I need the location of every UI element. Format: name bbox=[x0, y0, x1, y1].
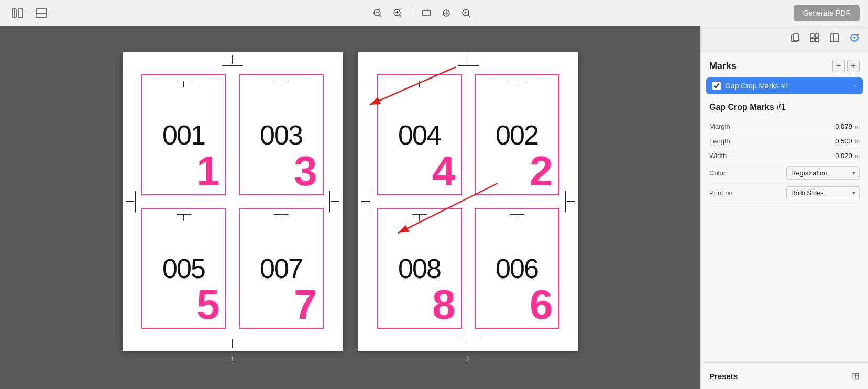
marks-actions: − + bbox=[832, 60, 860, 72]
width-value: 0.020 in bbox=[835, 152, 860, 160]
card-pink-5: 5 bbox=[196, 284, 220, 326]
margin-number: 0.079 bbox=[835, 123, 852, 130]
red-arrows-overlay bbox=[0, 26, 700, 389]
fit-width-btn[interactable] bbox=[419, 6, 434, 20]
page-number-1: 1 bbox=[230, 355, 234, 363]
prop-row-width: Width 0.020 in bbox=[709, 149, 860, 163]
card-cell-007: 007 7 bbox=[233, 202, 330, 335]
presets-title: Presets bbox=[709, 372, 738, 381]
svg-line-19 bbox=[468, 15, 470, 17]
length-value: 0.500 in bbox=[835, 137, 860, 145]
margin-label: Margin bbox=[709, 123, 730, 130]
mark-item-label: Gap Crop Marks #1 bbox=[725, 82, 850, 90]
card-inner-003: 003 3 bbox=[239, 74, 324, 195]
card-inner-006: 006 6 bbox=[475, 208, 559, 329]
card-inner-004: 004 4 bbox=[377, 74, 462, 195]
toolbar-divider bbox=[412, 7, 412, 19]
width-number: 0.020 bbox=[835, 152, 852, 160]
card-inner-008: 008 8 bbox=[377, 208, 462, 329]
sidebar: Marks − + Gap Crop Marks #1 › Gap Crop M… bbox=[700, 26, 868, 389]
length-unit: in bbox=[855, 138, 860, 145]
sidebar-spacer bbox=[701, 203, 868, 362]
svg-rect-25 bbox=[810, 34, 814, 37]
card-inner-005: 005 5 bbox=[141, 208, 226, 329]
sidebar-topbar bbox=[701, 26, 868, 52]
color-select-wrapper: Registration Black Cyan Magenta Yellow ▼ bbox=[786, 166, 860, 180]
canvas-area: 001 1 003 3 bbox=[0, 26, 700, 389]
card-pink-3: 3 bbox=[294, 150, 317, 192]
page-wrapper-2: 004 4 002 2 bbox=[358, 52, 578, 363]
card-cell-006: 006 6 bbox=[468, 202, 566, 335]
toolbar: Generate PDF bbox=[0, 0, 868, 26]
card-black-001: 001 bbox=[162, 119, 205, 151]
card-cell-008: 008 8 bbox=[371, 202, 468, 335]
toolbar-center bbox=[57, 6, 787, 20]
svg-rect-2 bbox=[18, 9, 23, 17]
marks-header: Marks − + bbox=[701, 52, 868, 77]
page-1: 001 1 003 3 bbox=[123, 52, 343, 351]
card-black-003: 003 bbox=[260, 119, 302, 151]
fit-page-btn[interactable] bbox=[438, 6, 454, 20]
card-pink-2: 2 bbox=[530, 150, 553, 192]
svg-rect-27 bbox=[810, 38, 814, 42]
card-inner-007: 007 7 bbox=[239, 208, 324, 329]
width-label: Width bbox=[709, 152, 727, 160]
main-layout: 001 1 003 3 bbox=[0, 26, 868, 389]
prop-row-margin: Margin 0.079 in bbox=[709, 119, 860, 134]
margin-value: 0.079 in bbox=[835, 123, 860, 130]
length-label: Length bbox=[709, 137, 730, 145]
detail-title: Gap Crop Marks #1 bbox=[709, 103, 860, 112]
grid-icon-btn[interactable] bbox=[807, 30, 822, 48]
presets-grid-icon[interactable]: ⊞ bbox=[852, 370, 860, 382]
svg-rect-12 bbox=[423, 10, 430, 16]
card-cell-005: 005 5 bbox=[135, 202, 233, 335]
card-cell-001: 001 1 bbox=[135, 68, 233, 202]
layout-icon-btn[interactable] bbox=[827, 30, 842, 48]
svg-rect-29 bbox=[830, 34, 839, 42]
svg-line-11 bbox=[400, 15, 401, 17]
generate-pdf-btn[interactable]: Generate PDF bbox=[794, 5, 860, 21]
color-label: Color bbox=[709, 169, 726, 177]
svg-point-36 bbox=[853, 37, 855, 39]
card-black-007: 007 bbox=[260, 253, 302, 284]
marks-plus-btn[interactable]: + bbox=[847, 60, 860, 72]
prop-row-length: Length 0.500 in bbox=[709, 134, 860, 149]
card-black-002: 002 bbox=[496, 119, 538, 151]
color-select[interactable]: Registration Black Cyan Magenta Yellow bbox=[786, 166, 860, 180]
card-inner-002: 002 2 bbox=[475, 74, 559, 195]
toolbar-right: Generate PDF bbox=[794, 5, 860, 21]
mark-item-arrow: › bbox=[854, 82, 856, 90]
card-pink-1: 1 bbox=[196, 150, 220, 192]
card-black-004: 004 bbox=[398, 119, 441, 151]
margin-unit: in bbox=[855, 124, 860, 130]
presets-section: Presets ⊞ bbox=[701, 362, 868, 389]
card-black-008: 008 bbox=[398, 253, 441, 284]
crosshair-icon-btn[interactable] bbox=[847, 30, 862, 48]
print-on-select-wrapper: Both Sides Front Only Back Only ▼ bbox=[786, 186, 860, 199]
layout-btn-1[interactable] bbox=[8, 6, 26, 20]
copy-icon-btn[interactable] bbox=[787, 30, 802, 48]
print-on-label: Print on bbox=[709, 189, 733, 197]
page-wrapper-1: 001 1 003 3 bbox=[123, 52, 343, 363]
detail-section: Gap Crop Marks #1 Margin 0.079 in Length… bbox=[701, 94, 868, 203]
card-pink-8: 8 bbox=[432, 284, 456, 326]
zoom-out-btn[interactable] bbox=[370, 6, 386, 20]
card-cell-004: 004 4 bbox=[371, 68, 468, 202]
print-on-select[interactable]: Both Sides Front Only Back Only bbox=[786, 186, 860, 199]
card-cell-003: 003 3 bbox=[233, 68, 330, 202]
mark-checkbox[interactable] bbox=[712, 82, 721, 90]
svg-rect-26 bbox=[815, 34, 819, 37]
page-number-2: 2 bbox=[466, 355, 470, 363]
prop-row-color: Color Registration Black Cyan Magenta Ye… bbox=[709, 163, 860, 183]
card-pink-6: 6 bbox=[530, 284, 553, 326]
marks-minus-btn[interactable]: − bbox=[832, 60, 845, 72]
card-pink-7: 7 bbox=[294, 284, 317, 326]
layout-btn-2[interactable] bbox=[32, 6, 50, 20]
mark-item-1[interactable]: Gap Crop Marks #1 › bbox=[706, 77, 863, 94]
width-unit: in bbox=[855, 153, 860, 159]
toolbar-left bbox=[8, 6, 50, 20]
zoom-in-btn[interactable] bbox=[390, 6, 405, 20]
zoom-reset-btn[interactable] bbox=[458, 6, 474, 20]
svg-rect-24 bbox=[793, 34, 799, 41]
card-inner-001: 001 1 bbox=[141, 74, 226, 195]
